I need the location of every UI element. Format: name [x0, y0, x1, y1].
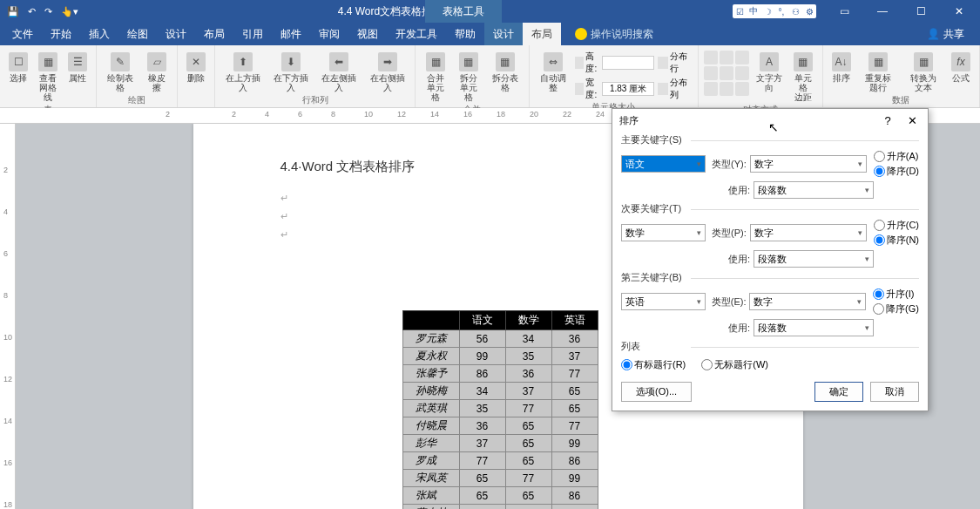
third-key-label: 第三关键字(B): [612, 269, 928, 286]
secondary-field-select[interactable]: 数学▾: [621, 224, 706, 241]
primary-field-select[interactable]: 语文▾: [621, 155, 706, 173]
eraser-button[interactable]: ▱橡皮擦: [142, 51, 172, 94]
help-icon[interactable]: ?: [879, 114, 896, 127]
menubar: 文件 开始 插入 绘图 设计 布局 引用 邮件 审阅 视图 开发工具 帮助 设计…: [0, 23, 980, 45]
touch-icon[interactable]: 👆▾: [61, 6, 78, 17]
autofit-button[interactable]: ⇔自动调整: [535, 51, 571, 94]
primary-asc-radio[interactable]: 升序(A): [874, 150, 919, 163]
primary-desc-radio[interactable]: 降序(D): [874, 165, 919, 178]
formula-button[interactable]: fx公式: [948, 51, 974, 85]
moon-icon[interactable]: ☽: [761, 5, 774, 17]
options-button[interactable]: 选项(O)...: [621, 382, 692, 402]
delete-button[interactable]: ✕删除: [183, 51, 209, 85]
tab-mailings[interactable]: 邮件: [272, 23, 310, 45]
vertical-ruler[interactable]: 24681012141618: [0, 124, 16, 509]
properties-button[interactable]: ☰属性: [64, 51, 91, 85]
cn-icon[interactable]: 中: [747, 5, 760, 17]
close-icon[interactable]: ✕: [903, 114, 921, 127]
tab-draw[interactable]: 绘图: [118, 23, 157, 45]
secondary-using-select[interactable]: 段落数▾: [754, 250, 874, 268]
table-row[interactable]: 孙晓梅343765: [402, 383, 598, 400]
tab-table-layout[interactable]: 布局: [523, 23, 561, 45]
width-input[interactable]: [602, 82, 654, 96]
third-asc-radio[interactable]: 升序(I): [873, 288, 919, 301]
cell-margins-button[interactable]: ▦单元格 边距: [789, 51, 816, 104]
ime-icon[interactable]: ☑: [733, 5, 746, 17]
third-field-select[interactable]: 英语▾: [621, 293, 706, 310]
maximize-icon[interactable]: ☐: [903, 0, 938, 23]
table-row[interactable]: 武英琪357765: [402, 400, 598, 417]
ribbon-options-icon[interactable]: ▭: [827, 0, 862, 23]
primary-type-select[interactable]: 数字▾: [750, 155, 867, 173]
convert-text-button[interactable]: ▦转换为文本: [902, 51, 944, 94]
primary-using-select[interactable]: 段落数▾: [754, 181, 874, 199]
table-row[interactable]: 夏永权993537: [402, 348, 598, 365]
redo-icon[interactable]: ↷: [44, 6, 52, 17]
tab-file[interactable]: 文件: [3, 23, 42, 45]
save-icon[interactable]: 💾: [7, 6, 19, 17]
table-row[interactable]: 董太林346534: [402, 505, 598, 510]
merge-cells-button[interactable]: ▦合并 单元格: [421, 51, 450, 104]
tab-help[interactable]: 帮助: [446, 23, 484, 45]
text-direction-button[interactable]: A文字方向: [753, 51, 787, 94]
insert-right-button[interactable]: ➡在右侧插入: [365, 51, 409, 94]
insert-left-button[interactable]: ⬅在左侧插入: [317, 51, 362, 94]
tab-insert[interactable]: 插入: [80, 23, 118, 45]
third-type-select[interactable]: 数字▾: [749, 293, 866, 310]
tab-developer[interactable]: 开发工具: [387, 23, 446, 45]
split-table-button[interactable]: ▦拆分表格: [487, 51, 524, 94]
table-row[interactable]: 彭华376599: [402, 435, 598, 452]
table-row[interactable]: 张馨予863677: [402, 365, 598, 383]
tab-table-design[interactable]: 设计: [484, 23, 523, 45]
tab-layout[interactable]: 布局: [195, 23, 233, 45]
gear-icon[interactable]: ⚙: [803, 5, 815, 17]
align-tc[interactable]: [720, 51, 733, 64]
data-table[interactable]: 语文数学英语罗元森563436夏永权993537张馨予863677孙晓梅3437…: [402, 310, 598, 509]
minimize-icon[interactable]: —: [865, 0, 900, 23]
align-bl[interactable]: [704, 82, 718, 96]
align-br[interactable]: [735, 82, 749, 96]
secondary-asc-radio[interactable]: 升序(C): [874, 219, 919, 232]
view-gridlines-button[interactable]: ▦查看 网格线: [35, 51, 61, 104]
no-header-row-radio[interactable]: 无标题行(W): [701, 358, 768, 371]
align-ml[interactable]: [704, 66, 718, 80]
undo-icon[interactable]: ↶: [28, 6, 36, 17]
table-row[interactable]: 张斌656586: [402, 487, 598, 505]
align-bc[interactable]: [720, 82, 733, 96]
align-mr[interactable]: [735, 66, 749, 80]
secondary-desc-radio[interactable]: 降序(N): [874, 234, 919, 247]
tab-view[interactable]: 视图: [348, 23, 387, 45]
close-icon[interactable]: ✕: [942, 0, 977, 23]
insert-above-button[interactable]: ⬆在上方插入: [220, 51, 265, 94]
tab-references[interactable]: 引用: [233, 23, 272, 45]
align-mc[interactable]: [720, 66, 733, 80]
repeat-header-button[interactable]: ▦重复标题行: [858, 51, 900, 94]
person-icon[interactable]: ⚇: [789, 5, 801, 17]
height-input[interactable]: [602, 56, 654, 70]
tab-home[interactable]: 开始: [42, 23, 80, 45]
table-row[interactable]: 罗成776586: [402, 452, 598, 470]
align-tl[interactable]: [704, 51, 718, 64]
table-row[interactable]: 付晓晨366577: [402, 417, 598, 435]
sort-button[interactable]: A↓排序: [828, 51, 855, 85]
table-row[interactable]: 罗元森563436: [402, 330, 598, 348]
align-tr[interactable]: [735, 51, 749, 64]
share-button[interactable]: 👤共享: [927, 27, 977, 42]
select-button[interactable]: ☐选择: [5, 51, 31, 85]
secondary-type-select[interactable]: 数字▾: [750, 224, 867, 241]
third-desc-radio[interactable]: 降序(G): [873, 302, 919, 316]
insert-below-button[interactable]: ⬇在下方插入: [268, 51, 313, 94]
third-using-select[interactable]: 段落数▾: [754, 319, 874, 336]
punct-icon[interactable]: °,: [775, 5, 787, 17]
draw-table-button[interactable]: ✎绘制表格: [102, 51, 139, 94]
table-row[interactable]: 宋凤英657799: [402, 470, 598, 487]
tab-design[interactable]: 设计: [157, 23, 195, 45]
tell-me[interactable]: 操作说明搜索: [575, 27, 653, 42]
split-cells-button[interactable]: ▦拆分 单元格: [454, 51, 483, 104]
header-row-radio[interactable]: 有标题行(R): [621, 358, 686, 371]
distribute-rows-button[interactable]: 分布行: [670, 51, 693, 75]
distribute-cols-button[interactable]: 分布列: [670, 77, 693, 101]
ok-button[interactable]: 确定: [814, 382, 863, 402]
tab-review[interactable]: 审阅: [310, 23, 348, 45]
cancel-button[interactable]: 取消: [870, 382, 919, 402]
